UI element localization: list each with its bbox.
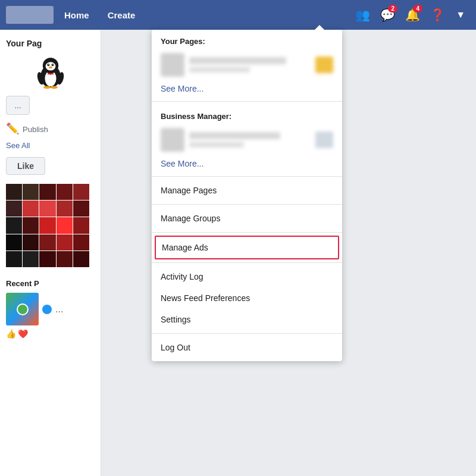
- publish-label: Publish: [23, 125, 48, 134]
- main-content: Your Pag: [0, 30, 476, 476]
- dropdown-caret: [315, 25, 324, 30]
- love-reaction-icon: ❤️: [18, 329, 28, 339]
- news-feed-prefs-item[interactable]: News Feed Preferences: [152, 287, 342, 309]
- pixel-cell: [73, 201, 89, 217]
- pixel-cell: [57, 251, 73, 267]
- pixel-cell: [57, 234, 73, 250]
- svg-point-7: [52, 64, 53, 65]
- reaction-row: 👍 ❤️: [6, 329, 95, 339]
- pixel-cell: [6, 234, 22, 250]
- pixel-cell: [23, 184, 39, 200]
- edit-icon: ✏️: [6, 122, 19, 135]
- image-grid: [6, 184, 89, 267]
- manage-ads-wrapper: Manage Ads: [155, 236, 339, 259]
- pixel-cell: [39, 201, 55, 217]
- pixel-cell: [6, 251, 22, 267]
- pixel-cell: [23, 251, 39, 267]
- messages-icon-btn[interactable]: 💬 2: [376, 4, 399, 26]
- recent-thumbnail: [6, 293, 39, 325]
- more-dots-icon: ...: [55, 304, 63, 315]
- nav-create[interactable]: Create: [103, 7, 140, 23]
- pixel-cell: [23, 201, 39, 217]
- pixel-cell: [6, 184, 22, 200]
- help-icon-btn[interactable]: ❓: [426, 4, 449, 26]
- business-manager-section-label: Business Manager:: [152, 105, 342, 126]
- see-more-business-link[interactable]: See More...: [152, 154, 342, 173]
- divider-2: [152, 176, 342, 177]
- publish-area: ✏️ Publish: [6, 122, 95, 135]
- pixel-cell: [73, 217, 89, 233]
- pixel-cell: [73, 184, 89, 200]
- pixel-cell: [39, 234, 55, 250]
- recent-item-2: [41, 303, 53, 315]
- navbar-links: Home Create: [60, 7, 351, 23]
- manage-groups-item[interactable]: Manage Groups: [152, 208, 342, 229]
- navbar-icons: 👥 💬 2 🔔 4 ❓ ▼: [351, 4, 470, 26]
- manage-pages-item[interactable]: Manage Pages: [152, 180, 342, 201]
- messages-badge: 2: [388, 5, 397, 12]
- svg-point-8: [49, 66, 52, 68]
- pixel-cell: [23, 217, 39, 233]
- divider-6: [152, 333, 342, 334]
- divider-5: [152, 262, 342, 263]
- manage-ads-item[interactable]: Manage Ads: [156, 237, 338, 258]
- more-options-btn[interactable]: ...: [6, 96, 30, 115]
- your-pages-blurred-item: [161, 53, 333, 77]
- recent-title: Recent P: [6, 279, 95, 288]
- nav-home[interactable]: Home: [60, 7, 94, 23]
- svg-point-11: [49, 73, 52, 75]
- pixel-cell: [39, 184, 55, 200]
- notifications-icon-btn[interactable]: 🔔 4: [401, 4, 424, 26]
- help-icon: ❓: [430, 8, 445, 22]
- notifications-badge: 4: [413, 5, 422, 12]
- left-sidebar: Your Pag: [0, 30, 101, 476]
- pixel-cell: [57, 184, 73, 200]
- pixel-cell: [6, 217, 22, 233]
- penguin-avatar: [33, 54, 68, 90]
- svg-point-15: [51, 86, 58, 89]
- pixel-cell: [23, 234, 39, 250]
- chevron-down-icon[interactable]: ▼: [451, 7, 470, 23]
- like-button[interactable]: Like: [6, 157, 45, 175]
- see-more-pages-link[interactable]: See More...: [152, 79, 342, 98]
- business-manager-blurred-item: [161, 128, 333, 152]
- see-all-link[interactable]: See All: [6, 141, 95, 150]
- svg-point-14: [43, 86, 51, 89]
- friends-icon-btn[interactable]: 👥: [351, 4, 374, 26]
- friends-icon: 👥: [355, 8, 370, 22]
- divider-1: [152, 101, 342, 102]
- recent-section: Recent P ... 👍 ❤️: [6, 279, 95, 339]
- pixel-cell: [57, 201, 73, 217]
- pixel-cell: [6, 201, 22, 217]
- activity-log-item[interactable]: Activity Log: [152, 266, 342, 287]
- dropdown-menu: Your Pages: See More... Business Manager…: [152, 30, 342, 361]
- pixel-cell: [39, 217, 55, 233]
- your-pages-section-label: Your Pages:: [152, 30, 342, 51]
- divider-3: [152, 204, 342, 205]
- pixel-cell: [73, 234, 89, 250]
- facebook-logo: [6, 6, 54, 24]
- settings-item[interactable]: Settings: [152, 309, 342, 330]
- pixel-cell: [39, 251, 55, 267]
- navbar: Home Create 👥 💬 2 🔔 4 ❓ ▼: [0, 0, 476, 30]
- svg-point-6: [48, 64, 49, 65]
- pixel-cell: [57, 217, 73, 233]
- divider-4: [152, 232, 342, 233]
- log-out-item[interactable]: Log Out: [152, 337, 342, 358]
- like-reaction-icon: 👍: [6, 329, 16, 339]
- pixel-cell: [73, 251, 89, 267]
- ellipsis-icon: ...: [14, 101, 21, 110]
- your-pages-title: Your Pag: [6, 39, 95, 48]
- svg-point-3: [45, 62, 55, 70]
